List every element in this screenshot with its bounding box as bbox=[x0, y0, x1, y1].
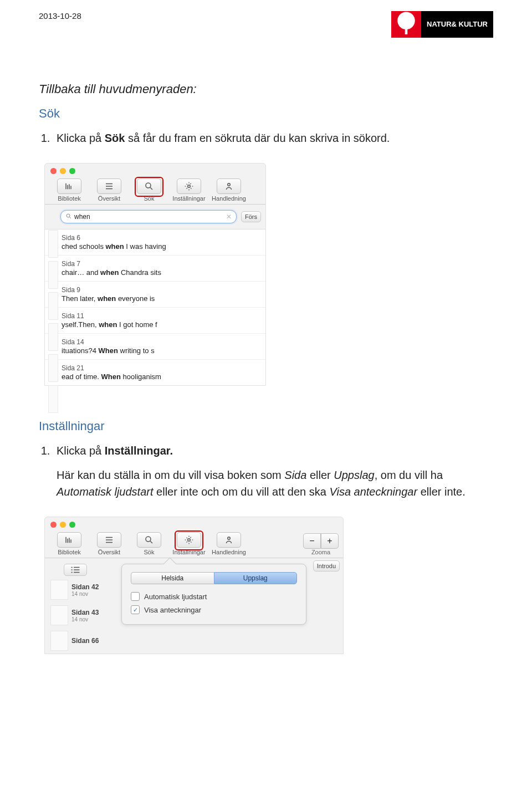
checkbox-icon bbox=[131, 592, 140, 601]
auto-sound-checkbox[interactable]: Automatisk ljudstart bbox=[131, 592, 297, 601]
toolbar-sok[interactable]: Sök bbox=[129, 178, 169, 202]
screenshot-settings: Bibliotek Översikt Sök Inställningar bbox=[44, 517, 344, 654]
search-input[interactable]: when ✕ bbox=[60, 210, 237, 223]
thumb-row[interactable]: Sidan 4314 nov bbox=[48, 603, 119, 628]
seg-helsida[interactable]: Helsida bbox=[131, 572, 214, 584]
svg-point-6 bbox=[146, 537, 151, 542]
close-icon[interactable] bbox=[50, 522, 57, 528]
search-icon bbox=[65, 213, 72, 221]
thumb-row[interactable]: Sidan 4214 nov bbox=[48, 577, 119, 603]
toolbar-bibliotek[interactable]: Bibliotek bbox=[49, 178, 89, 202]
clear-icon[interactable]: ✕ bbox=[226, 213, 232, 221]
brand-logo: NATUR& KULTUR bbox=[391, 11, 493, 38]
intro-button[interactable]: Introdu bbox=[313, 560, 340, 572]
zoom-icon[interactable] bbox=[69, 168, 75, 174]
step-installningar: Klicka på Inställningar. Här kan du stäl… bbox=[53, 442, 493, 500]
screenshot-search: Bibliotek Översikt Sök Inställningar bbox=[44, 163, 266, 386]
svg-rect-1 bbox=[405, 27, 408, 35]
settings-popover: Helsida Uppslag Automatisk ljudstart ✓ V… bbox=[121, 564, 306, 625]
checkbox-icon: ✓ bbox=[131, 605, 140, 614]
toolbar-sok[interactable]: Sök bbox=[129, 532, 169, 555]
page-date: 2013-10-28 bbox=[39, 11, 81, 21]
window-controls bbox=[45, 164, 265, 174]
search-result[interactable]: Sida 9Then later, when everyone is bbox=[45, 282, 265, 308]
svg-point-2 bbox=[146, 183, 151, 188]
toolbar-installningar[interactable]: Inställningar bbox=[169, 532, 209, 555]
minimize-icon[interactable] bbox=[60, 522, 66, 528]
search-result[interactable]: Sida 21ead of time. When hooliganism bbox=[45, 360, 265, 385]
view-mode-segment[interactable]: Helsida Uppslag bbox=[131, 572, 297, 584]
list-icon[interactable] bbox=[64, 564, 87, 576]
toolbar-handledning[interactable]: Handledning bbox=[209, 532, 249, 555]
search-result[interactable]: Sida 14ituations?4 When writing to s bbox=[45, 334, 265, 360]
search-result[interactable]: Sida 11yself.Then, when I got home f bbox=[45, 308, 265, 334]
tree-icon bbox=[391, 11, 421, 38]
toolbar-handledning[interactable]: Handledning bbox=[209, 178, 249, 202]
minimize-icon[interactable] bbox=[60, 168, 66, 174]
seg-uppslag[interactable]: Uppslag bbox=[214, 572, 298, 584]
close-icon[interactable] bbox=[50, 168, 57, 174]
toolbar-installningar[interactable]: Inställningar bbox=[169, 178, 209, 202]
page-thumbnail-list: Sidan 4214 nov Sidan 4314 nov Sidan 66 bbox=[45, 558, 119, 654]
search-result[interactable]: Sida 7chair… and when Chandra sits bbox=[45, 256, 265, 282]
thumbnail-strip bbox=[48, 230, 58, 416]
thumb-row[interactable]: Sidan 66 bbox=[48, 628, 119, 654]
search-result[interactable]: Sida 6ched schools when I was having bbox=[45, 229, 265, 256]
step-sok: Klicka på Sök så får du fram en sökruta … bbox=[53, 130, 493, 146]
svg-point-4 bbox=[228, 183, 231, 186]
zoom-icon[interactable] bbox=[69, 522, 75, 528]
search-results: Sida 6ched schools when I was having Sid… bbox=[45, 229, 265, 385]
section-title-settings: Inställningar bbox=[39, 419, 493, 433]
svg-point-7 bbox=[188, 539, 191, 542]
svg-point-3 bbox=[188, 185, 191, 188]
show-notes-checkbox[interactable]: ✓ Visa anteckningar bbox=[131, 605, 297, 614]
section-title-search: Sök bbox=[39, 106, 493, 121]
brand-text: NATUR& KULTUR bbox=[421, 11, 493, 38]
svg-point-5 bbox=[66, 214, 70, 217]
toolbar-oversikt[interactable]: Översikt bbox=[89, 532, 129, 555]
zoom-label: Zooma bbox=[311, 549, 330, 555]
svg-point-8 bbox=[228, 537, 231, 540]
fors-button[interactable]: Förs bbox=[241, 211, 261, 222]
search-value: when bbox=[74, 213, 90, 221]
toolbar-oversikt[interactable]: Översikt bbox=[89, 178, 129, 202]
svg-point-0 bbox=[397, 12, 415, 30]
zoom-control[interactable]: − + bbox=[303, 533, 339, 549]
section-intro: Tillbaka till huvudmenyraden: bbox=[39, 82, 493, 96]
window-controls bbox=[45, 517, 343, 528]
toolbar-bibliotek[interactable]: Bibliotek bbox=[49, 532, 89, 555]
